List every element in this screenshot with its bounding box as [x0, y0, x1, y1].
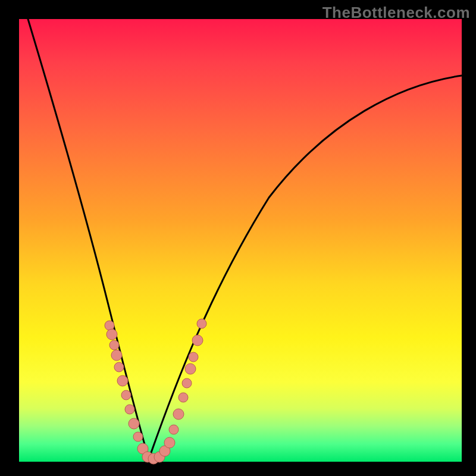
svg-point-16 [169, 425, 178, 434]
svg-point-7 [125, 405, 134, 414]
chart-frame: TheBottleneck.com [0, 0, 476, 476]
svg-point-21 [189, 352, 198, 362]
svg-point-0 [105, 321, 114, 330]
svg-point-5 [117, 375, 128, 386]
svg-point-4 [114, 362, 124, 372]
svg-point-20 [185, 364, 196, 374]
dot-cluster-right [169, 319, 206, 434]
svg-point-18 [178, 393, 188, 402]
svg-point-22 [192, 335, 203, 346]
svg-point-19 [182, 378, 192, 388]
svg-point-1 [107, 329, 117, 340]
svg-point-6 [121, 390, 131, 400]
svg-point-15 [164, 437, 175, 448]
svg-point-2 [109, 340, 119, 350]
svg-point-17 [173, 409, 184, 419]
chart-canvas [19, 19, 462, 462]
dot-cluster-left [105, 321, 143, 441]
svg-point-23 [197, 319, 206, 328]
watermark-text: TheBottleneck.com [322, 4, 470, 22]
svg-point-9 [133, 432, 143, 441]
plot-area [19, 19, 462, 462]
curve-right-branch [149, 76, 462, 459]
svg-point-3 [111, 350, 122, 361]
svg-point-8 [129, 418, 139, 429]
